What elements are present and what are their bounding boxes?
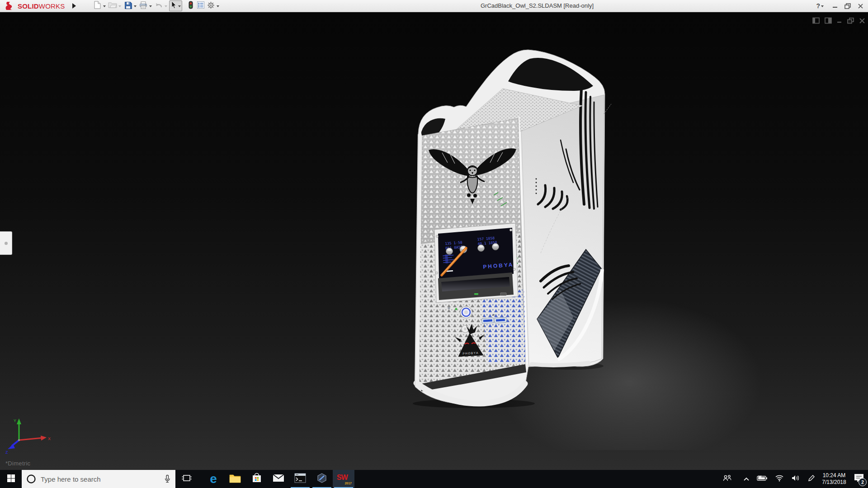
notification-count-badge: 2	[859, 478, 867, 486]
select-cursor-icon	[170, 1, 177, 11]
save-dropdown-caret[interactable]	[134, 5, 137, 7]
side-panel[interactable]	[521, 89, 604, 366]
window-close-button[interactable]	[858, 3, 863, 9]
window-restore-button[interactable]	[844, 3, 851, 9]
taskbar-item-composer[interactable]	[311, 470, 333, 488]
command-prompt-icon	[294, 473, 306, 485]
save-floppy-icon	[124, 1, 132, 11]
model-canvas[interactable]: 135 1-58 851 8A5E 157 1858 40.1 1858 PHO…	[398, 36, 633, 420]
taskbar-item-solidworks[interactable]: SW 2017	[333, 470, 354, 488]
titlebar: SOLIDWORKS GrCadBla	[0, 0, 868, 12]
windows-logo-icon	[7, 474, 15, 484]
open-dropdown-caret[interactable]	[118, 5, 121, 7]
hexagon-app-icon	[316, 473, 327, 485]
svg-text:X: X	[48, 436, 51, 441]
windows-ink-button[interactable]	[805, 470, 818, 488]
eject-button[interactable]	[500, 293, 506, 296]
doc-close-button[interactable]	[859, 18, 865, 24]
rebuild-traffic-light-icon	[188, 1, 193, 11]
task-view-button[interactable]	[176, 470, 197, 488]
taskbar-item-file-explorer[interactable]	[224, 470, 246, 488]
action-center-button[interactable]: 2	[850, 470, 868, 488]
new-dropdown-caret[interactable]	[103, 5, 106, 7]
file-properties-icon	[197, 1, 205, 11]
gear-icon	[207, 1, 215, 11]
options-dropdown-caret[interactable]	[217, 5, 219, 7]
right-skid-foot	[532, 363, 589, 365]
wifi-icon	[775, 474, 784, 483]
file-explorer-icon	[229, 474, 241, 485]
doc-minimize-button[interactable]	[837, 18, 842, 23]
document-window-controls	[812, 17, 865, 24]
document-title: GrCadBlack_Owl_S2.SLDASM [Read-only]	[481, 2, 594, 9]
new-document-button[interactable]	[92, 1, 102, 11]
open-button[interactable]	[108, 1, 118, 11]
dashed-mark-top-right	[604, 104, 611, 114]
pen-icon	[807, 474, 816, 484]
drive-led	[474, 293, 478, 295]
pc-case-model[interactable]: 135 1-58 851 8A5E 157 1858 40.1 1858 PHO…	[398, 36, 633, 420]
taskbar-item-mail[interactable]	[268, 470, 289, 488]
window-minimize-button[interactable]	[832, 3, 838, 9]
fan-controller-lcd[interactable]: 135 1-58 851 8A5E 157 1858 40.1 1858 PHO…	[434, 223, 518, 303]
window-controls: ?	[816, 0, 863, 12]
people-button[interactable]	[720, 470, 735, 488]
volume-button[interactable]	[788, 470, 803, 488]
network-button[interactable]	[772, 470, 787, 488]
select-tool-button[interactable]	[169, 0, 182, 11]
taskbar-clock[interactable]: 10:24 AM 7/13/2018	[819, 470, 849, 488]
triad-z-axis: Z	[5, 440, 19, 455]
triad-y-axis: Y	[14, 418, 21, 440]
people-icon	[722, 474, 732, 484]
select-dropdown-caret[interactable]	[178, 5, 181, 7]
microphone-icon[interactable]	[164, 474, 171, 483]
undo-icon	[155, 1, 163, 10]
speaker-icon	[791, 474, 800, 483]
triad-x-axis: X	[19, 436, 51, 441]
clock-date: 7/13/2018	[819, 479, 849, 486]
edge-icon: e	[210, 473, 217, 485]
print-dropdown-caret[interactable]	[149, 5, 152, 7]
undo-button[interactable]	[154, 1, 164, 11]
solidworks-wordmark: SOLIDWORKS	[18, 2, 65, 10]
menu-flyout-arrow[interactable]	[72, 3, 76, 9]
tray-expand-button[interactable]	[741, 470, 752, 488]
battery-icon	[757, 475, 768, 483]
search-input[interactable]	[40, 475, 143, 483]
taskbar-search-box[interactable]	[22, 470, 175, 488]
orientation-triad[interactable]: Y X Z	[4, 417, 53, 455]
print-icon	[139, 1, 147, 11]
quick-access-toolbar	[92, 0, 221, 11]
featuremanager-flyout-tab[interactable]	[0, 231, 12, 255]
store-icon	[252, 473, 262, 485]
svg-text:Z: Z	[5, 450, 8, 455]
help-button[interactable]: ?	[816, 2, 826, 9]
taskbar-item-store[interactable]	[246, 470, 268, 488]
chevron-up-icon	[743, 475, 750, 483]
solidworks-app-icon: SW 2017	[337, 473, 350, 485]
taskbar-item-edge[interactable]: e	[203, 470, 224, 488]
save-button[interactable]	[123, 1, 133, 11]
file-properties-button[interactable]	[196, 1, 206, 11]
print-button[interactable]	[138, 1, 148, 11]
graphics-area[interactable]: 135 1-58 851 8A5E 157 1858 40.1 1858 PHO…	[0, 12, 868, 470]
front-mesh-blue-zone	[482, 289, 525, 364]
flyout-tab-dot	[5, 242, 8, 245]
taskbar-item-command-prompt[interactable]	[289, 470, 311, 488]
open-folder-icon	[108, 1, 117, 10]
rebuild-button[interactable]	[186, 1, 196, 11]
pane-toggle-icon-right[interactable]	[825, 17, 832, 24]
help-dropdown-caret[interactable]	[821, 5, 824, 7]
battery-button[interactable]	[754, 470, 770, 488]
task-view-icon	[182, 474, 192, 484]
undo-dropdown-caret[interactable]	[165, 5, 167, 7]
start-button[interactable]	[0, 470, 22, 488]
doc-restore-button[interactable]	[847, 18, 854, 24]
options-button[interactable]	[206, 1, 216, 11]
taskbar: e SW 2017 10:24 AM 7/	[0, 470, 868, 488]
status-led	[448, 307, 450, 310]
hdd-led	[455, 308, 458, 310]
pane-toggle-icon-left[interactable]	[812, 17, 820, 24]
svg-text:Y: Y	[14, 418, 16, 423]
clock-time: 10:24 AM	[819, 472, 849, 479]
